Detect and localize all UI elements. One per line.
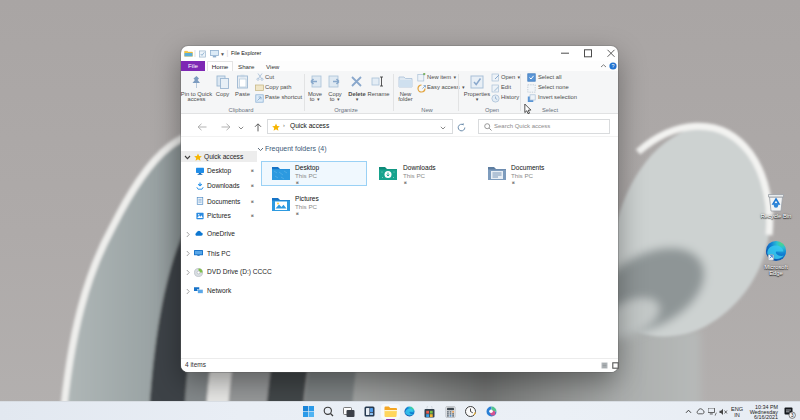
svg-text:3: 3 — [791, 413, 794, 418]
svg-text:?: ? — [612, 63, 615, 69]
